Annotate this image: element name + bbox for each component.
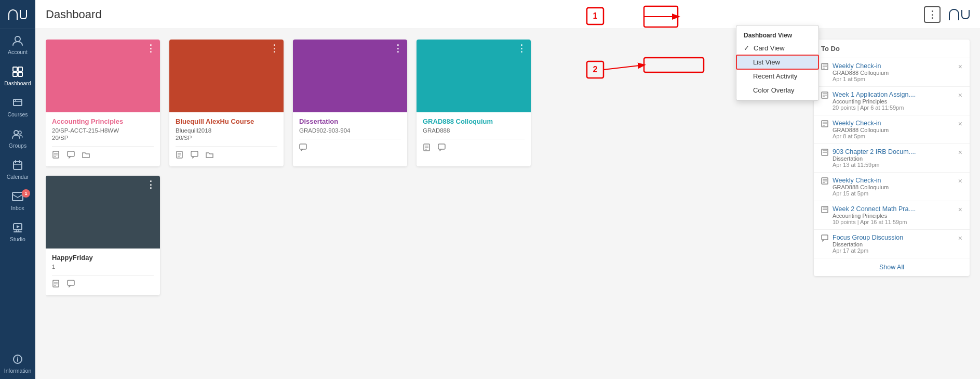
sidebar-item-information[interactable]: Information <box>0 348 35 379</box>
course-name-bluequill: Bluequill AlexHu Course <box>176 117 277 125</box>
svg-point-19 <box>17 357 18 358</box>
todo-close-5[interactable]: × <box>958 205 962 214</box>
todo-title-6[interactable]: Focus Group Discussion <box>833 234 936 241</box>
todo-course-0: GRAD888 Colloquium <box>833 70 954 76</box>
todo-content-1: Week 1 Application Assign.... Accounting… <box>833 91 954 111</box>
todo-item-1: Week 1 Application Assign.... Accounting… <box>814 87 970 115</box>
course-card-bluequill[interactable]: ⋮ Bluequill AlexHu Course Bluequill2018 … <box>169 40 284 166</box>
todo-close-2[interactable]: × <box>958 120 962 128</box>
grade-icon-accounting[interactable] <box>52 151 60 160</box>
folder-icon-accounting[interactable] <box>82 151 90 160</box>
svg-point-0 <box>15 36 20 42</box>
svg-rect-10 <box>14 162 22 169</box>
card-options-bluequill[interactable]: ⋮ <box>270 44 279 53</box>
todo-header: To Do <box>814 40 970 58</box>
todo-icon-2 <box>821 120 828 129</box>
todo-content-5: Week 2 Connect Math Pra.... Accounting P… <box>833 205 954 225</box>
svg-rect-1 <box>13 67 17 71</box>
logo-arch-icon <box>8 9 18 20</box>
svg-point-8 <box>14 130 18 135</box>
card-options-happyfriday[interactable]: ⋮ <box>146 180 156 189</box>
grade-icon-bluequill[interactable] <box>176 151 183 160</box>
chat-icon-accounting[interactable] <box>67 151 75 160</box>
sidebar-item-studio[interactable]: Studio <box>0 216 35 247</box>
todo-close-3[interactable]: × <box>958 148 962 157</box>
todo-content-3: 903 Chapter 2 IRB Docum.... Dissertation… <box>833 148 954 168</box>
todo-close-1[interactable]: × <box>958 91 962 100</box>
todo-title-4[interactable]: Weekly Check-in <box>833 177 936 184</box>
card-options-grad888[interactable]: ⋮ <box>517 44 527 53</box>
calendar-icon <box>11 159 24 172</box>
checkmark-icon: ✓ <box>744 44 749 52</box>
chat-icon-dissertation[interactable] <box>299 143 307 153</box>
todo-content-0: Weekly Check-in GRAD888 Colloquium Apr 1… <box>833 62 954 82</box>
grade-icon-happyfriday[interactable] <box>52 280 60 289</box>
todo-course-5: Accounting Principles <box>833 213 954 219</box>
page-title: Dashboard <box>46 8 102 21</box>
card-options-dissertation[interactable]: ⋮ <box>393 44 403 53</box>
sidebar-item-account[interactable]: Account <box>0 29 35 60</box>
content-area: ⋮ Accounting Principles 20/SP-ACCT-215-H… <box>35 29 980 379</box>
card-icons-bluequill <box>176 146 277 160</box>
todo-date-4: Apr 15 at 5pm <box>833 190 954 197</box>
dropdown-color-overlay[interactable]: Color Overlay <box>736 83 818 97</box>
dashboard-label: Dashboard <box>4 80 31 86</box>
dropdown-card-view[interactable]: ✓ Card View <box>736 41 818 55</box>
dropdown-list-view[interactable]: List View <box>736 55 818 69</box>
todo-content-4: Weekly Check-in GRAD888 Colloquium Apr 1… <box>833 177 954 197</box>
chat-icon-happyfriday[interactable] <box>67 280 75 289</box>
todo-icon-0 <box>821 63 828 72</box>
svg-rect-14 <box>12 192 23 201</box>
course-card-happyfriday[interactable]: ⋮ HappyFriday 1 <box>46 176 160 295</box>
sidebar-item-inbox[interactable]: 1 Inbox <box>0 185 35 216</box>
todo-close-0[interactable]: × <box>958 62 962 71</box>
todo-item-6: Focus Group Discussion Dissertation Apr … <box>814 230 970 258</box>
todo-close-4[interactable]: × <box>958 177 962 186</box>
dropdown-header: Dashboard View <box>736 29 818 41</box>
dropdown-recent-activity[interactable]: Recent Activity <box>736 69 818 83</box>
top-bar-right: ⋮ <box>924 6 970 23</box>
todo-title-2[interactable]: Weekly Check-in <box>833 120 936 127</box>
top-logo-arch <box>949 9 959 20</box>
chat-icon-grad888[interactable] <box>438 143 446 153</box>
card-icons-dissertation <box>299 139 401 153</box>
grade-icon-grad888[interactable] <box>423 143 431 153</box>
todo-section: To Do Weekly Check-in GRAD888 Colloquium… <box>814 40 970 276</box>
sidebar-item-dashboard[interactable]: Dashboard <box>0 60 35 92</box>
todo-title-0[interactable]: Weekly Check-in <box>833 62 936 70</box>
sidebar-item-courses[interactable]: Courses <box>0 92 35 123</box>
course-code-bluequill: Bluequill2018 <box>176 127 277 134</box>
svg-rect-30 <box>300 144 306 149</box>
todo-close-6[interactable]: × <box>958 234 962 243</box>
course-card-grad888[interactable]: ⋮ GRAD888 Colloquium GRAD888 <box>417 40 531 166</box>
courses-icon <box>11 97 24 109</box>
svg-rect-35 <box>438 144 445 149</box>
todo-date-2: Apr 8 at 5pm <box>833 133 954 139</box>
sidebar-item-groups[interactable]: Groups <box>0 123 35 154</box>
course-card-dissertation[interactable]: ⋮ Dissertation GRAD902-903-904 <box>293 40 407 166</box>
show-all-button[interactable]: Show All <box>814 258 970 276</box>
todo-item-0: Weekly Check-in GRAD888 Colloquium Apr 1… <box>814 58 970 87</box>
cards-grid: ⋮ Accounting Principles 20/SP-ACCT-215-H… <box>46 40 803 295</box>
course-code-grad888: GRAD888 <box>423 127 525 134</box>
todo-title-3[interactable]: 903 Chapter 2 IRB Docum.... <box>833 148 936 155</box>
course-name-dissertation: Dissertation <box>299 117 401 125</box>
todo-title-1[interactable]: Week 1 Application Assign.... <box>833 91 936 98</box>
top-bar: Dashboard ⋮ Dashboard View ✓ Card View L… <box>35 0 980 29</box>
course-name-accounting: Accounting Principles <box>52 117 154 125</box>
todo-date-5: Apr 16 at 11:59pm <box>860 219 907 225</box>
sidebar-item-calendar[interactable]: Calendar <box>0 154 35 185</box>
sidebar-logo <box>0 0 35 29</box>
account-label: Account <box>8 49 28 55</box>
logo-u-icon <box>20 10 27 19</box>
folder-icon-bluequill[interactable] <box>206 151 213 160</box>
svg-rect-29 <box>191 151 198 156</box>
dashboard-options-button[interactable]: ⋮ <box>924 6 941 23</box>
todo-title-5[interactable]: Week 2 Connect Math Pra.... <box>833 205 936 213</box>
chat-icon-bluequill[interactable] <box>191 151 198 160</box>
course-card-accounting[interactable]: ⋮ Accounting Principles 20/SP-ACCT-215-H… <box>46 40 160 166</box>
course-code-happyfriday: 1 <box>52 264 154 270</box>
card-view-label: Card View <box>754 44 785 52</box>
card-options-accounting[interactable]: ⋮ <box>146 44 156 53</box>
courses-label: Courses <box>7 111 28 117</box>
